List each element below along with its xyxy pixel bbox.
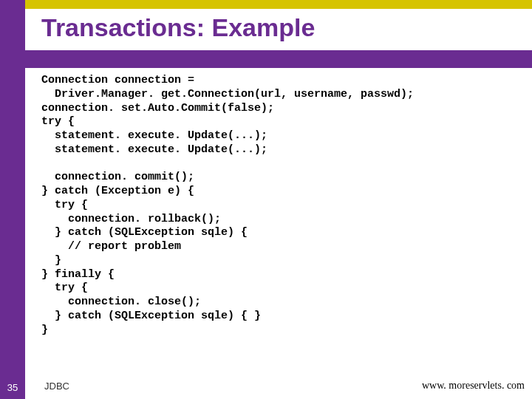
left-sidebar xyxy=(0,0,25,399)
footer-label: JDBC xyxy=(44,381,69,392)
slide-title: Transactions: Example xyxy=(41,13,315,42)
top-accent-bar xyxy=(0,0,532,9)
title-underline xyxy=(25,50,532,68)
footer-url: www. moreservlets. com xyxy=(422,380,525,392)
code-block: Connection connection = Driver.Manager. … xyxy=(41,74,414,337)
page-number: 35 xyxy=(6,382,19,393)
